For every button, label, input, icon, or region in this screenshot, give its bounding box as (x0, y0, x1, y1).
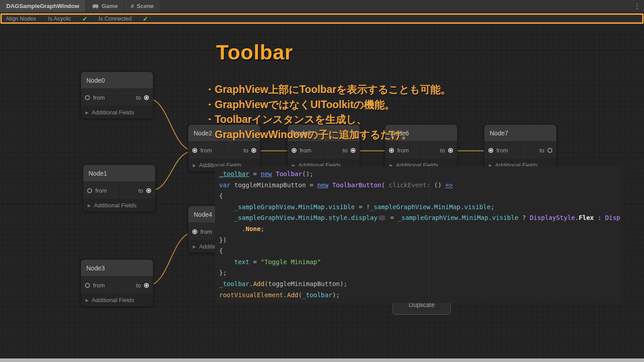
node-title: Node7 (484, 125, 556, 142)
output-port-label: to (539, 147, 544, 154)
code-line: _toolbar.Add(toggleMinimapButton); (219, 278, 617, 290)
input-port[interactable] (488, 148, 493, 153)
additional-fields-foldout[interactable]: ▶ Additional Fields (81, 294, 153, 306)
output-port-label: to (136, 282, 141, 289)
graph-node[interactable]: Node1 from to ▶ Additional Fields (83, 164, 156, 212)
input-port-label: from (93, 94, 105, 101)
tab-bar: DAGSampleGraphWindow Game # Scene ⋮ (0, 0, 644, 13)
additional-fields-foldout[interactable]: ▶ Additional Fields (83, 199, 155, 211)
slide-bullets: ・GraphView上部にToolbarを表示することも可能。 ・GraphVi… (204, 82, 451, 142)
output-port[interactable] (144, 283, 149, 288)
code-line: text = "Toggle Minimap" (219, 257, 617, 268)
node-title: Node0 (81, 72, 153, 89)
output-port-label: to (343, 147, 347, 154)
output-port-label: to (138, 187, 143, 194)
bullet-line: ・GraphViewではなくUIToolkitの機能。 (204, 97, 451, 113)
gamepad-icon (92, 4, 99, 8)
additional-fields-label: Additional Fields (94, 202, 136, 209)
node-port-row: from to (81, 277, 153, 294)
tab-label: Game (102, 3, 118, 9)
output-port-label: to (440, 147, 445, 154)
slide-title: Toolbar (216, 40, 293, 64)
output-port-cell: to (224, 142, 260, 159)
is-connected-check-icon: ✓ (138, 13, 153, 25)
input-port-cell: from (83, 182, 119, 199)
foldout-arrow-icon: ▶ (193, 163, 196, 168)
foldout-arrow-icon: ▶ (85, 110, 89, 115)
code-line: var toggleMinimapButton = new ToolbarBut… (219, 180, 617, 191)
additional-fields-label: Additional Fields (92, 297, 134, 303)
tabbar-spacer (161, 0, 631, 12)
scene-hash-icon: # (131, 3, 134, 9)
input-port-cell: from (288, 142, 323, 159)
output-port[interactable] (146, 188, 151, 193)
output-port[interactable] (351, 148, 356, 153)
bullet-line: ・GraphView上部にToolbarを表示することも可能。 (204, 82, 451, 97)
input-port[interactable] (85, 283, 90, 288)
output-port[interactable] (251, 148, 256, 153)
output-port-label: to (243, 147, 248, 154)
input-port[interactable] (85, 95, 90, 100)
is-connected-button[interactable]: Is Connected (93, 13, 138, 25)
code-line: }; (219, 267, 617, 278)
input-port-label: from (95, 187, 107, 194)
node-title: Node1 (83, 165, 155, 182)
input-port[interactable] (87, 188, 92, 193)
foldout-arrow-icon: ▶ (85, 298, 89, 303)
code-line: rootVisualElement.Add(_toolbar); (219, 290, 617, 301)
is-acyclic-button[interactable]: Is Acyclic (42, 13, 77, 25)
tab-label: DAGSampleGraphWindow (6, 3, 79, 9)
code-line: .None; (219, 223, 617, 235)
input-port[interactable] (389, 148, 394, 153)
output-port[interactable] (448, 148, 453, 153)
graph-toolbar: Align Nodes Is Acyclic ✓ Is Connected ✓ (0, 13, 644, 25)
inlay-hint-icon (379, 215, 385, 220)
output-port[interactable] (547, 148, 552, 153)
output-port-cell: to (119, 182, 155, 199)
graph-node[interactable]: Node0 from to ▶ Additional Fields (80, 72, 153, 119)
window-bottom-edge (0, 358, 644, 362)
foldout-arrow-icon: ▶ (88, 203, 91, 208)
input-port-label: from (300, 147, 311, 154)
node-port-row: from to (288, 142, 360, 159)
graph-node[interactable]: Node3 from to ▶ Additional Fields (80, 259, 153, 307)
graph-node[interactable]: Node7 from to ▶ Additional Fields (484, 124, 557, 172)
code-line: _toolbar = new Toolbar(); (219, 168, 617, 180)
tab-scene[interactable]: # Scene (124, 0, 161, 12)
additional-fields-label: Additional Fields (92, 109, 134, 116)
tab-dagsamplegraphwindow[interactable]: DAGSampleGraphWindow (0, 0, 86, 12)
output-port-cell: to (323, 142, 360, 159)
overflow-menu-icon[interactable]: ⋮ (631, 0, 644, 12)
align-nodes-button[interactable]: Align Nodes (0, 13, 42, 25)
node-port-row: from to (83, 182, 155, 199)
input-port-cell: from (81, 277, 117, 294)
input-port[interactable] (192, 229, 197, 234)
additional-fields-foldout[interactable]: ▶ Additional Fields (81, 106, 153, 118)
input-port-cell: from (81, 89, 117, 106)
input-port-cell: from (484, 142, 520, 159)
output-port-cell: to (520, 142, 556, 159)
code-line: _sampleGraphView.MiniMap.visible = !_sam… (219, 202, 617, 213)
node-title: Node3 (81, 260, 153, 277)
output-port-cell: to (117, 89, 153, 106)
input-port-cell: from (188, 142, 224, 159)
code-line: { (219, 190, 617, 202)
input-port-label: from (93, 282, 105, 289)
input-port-label: from (200, 228, 212, 235)
tab-label: Scene (137, 3, 154, 9)
input-port[interactable] (292, 148, 297, 153)
foldout-arrow-icon: ▶ (193, 244, 196, 249)
input-port-label: from (397, 147, 409, 154)
output-port-cell: to (117, 277, 153, 294)
input-port-cell: from (385, 142, 421, 159)
input-port-label: from (200, 147, 212, 154)
tab-game[interactable]: Game (86, 0, 124, 12)
code-snippet: _toolbar = new Toolbar();var toggleMinim… (215, 166, 621, 303)
output-port[interactable] (144, 95, 149, 100)
node-port-row: from to (188, 142, 260, 159)
code-line: }) (219, 235, 617, 246)
node-port-row: from to (385, 142, 457, 159)
input-port[interactable] (192, 148, 197, 153)
code-line: { (219, 245, 617, 257)
bullet-line: GraphViewWindowの子に追加するだけ。 (204, 127, 451, 143)
